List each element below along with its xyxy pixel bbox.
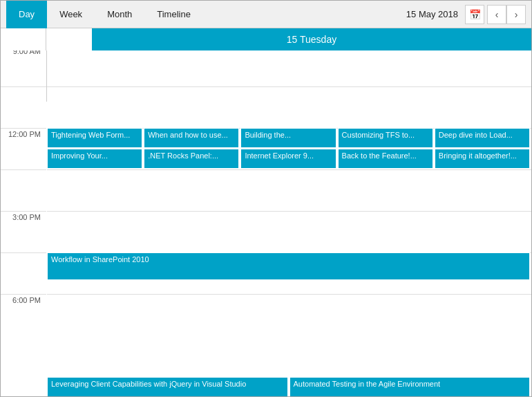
event-block[interactable]: Back to the Feature!...: [338, 149, 433, 169]
prev-button[interactable]: ‹: [487, 5, 506, 24]
hour-row-9am: [47, 50, 531, 86]
time-label-10am: [1, 86, 46, 128]
hour-row-10am: [47, 86, 531, 128]
time-label-3pm: 3:00 PM: [1, 211, 46, 252]
time-label-12pm: 12:00 PM: [1, 128, 46, 169]
hour-row-1pm: [47, 169, 531, 211]
event-block[interactable]: Building the...: [240, 128, 336, 148]
event-block[interactable]: Automated Testing in the Agile Environme…: [289, 377, 531, 397]
event-block[interactable]: Deep dive into Load...: [435, 128, 530, 148]
calendar-picker-icon[interactable]: 📅: [465, 5, 484, 24]
tab-day[interactable]: Day: [6, 1, 47, 28]
event-block[interactable]: Bringing it altogether!...: [435, 149, 530, 169]
next-button[interactable]: ›: [506, 5, 526, 24]
tab-month[interactable]: Month: [95, 1, 144, 28]
grid-area: Tightening Web Form...When and how to us…: [46, 50, 531, 102]
tab-week[interactable]: Week: [47, 1, 95, 28]
time-label-1pm: [1, 169, 46, 211]
event-block[interactable]: Leveraging Client Capabilities with jQue…: [47, 377, 288, 397]
hour-row-6pm: [47, 294, 531, 335]
day-header: 15 Tuesday: [92, 28, 531, 50]
time-label-9am: 9:00 AM: [1, 50, 46, 86]
event-block[interactable]: Improving Your...: [47, 149, 142, 169]
tab-timeline[interactable]: Timeline: [144, 1, 203, 28]
event-block[interactable]: .NET Rocks Panel:...: [144, 149, 239, 169]
time-labels: 12:00 AM 3:00 AM 6:00 AM 9:00 AM 12:00 P…: [1, 50, 46, 102]
time-label-4pm: [1, 252, 46, 294]
event-block[interactable]: Workflow in SharePoint 2010: [47, 252, 530, 280]
current-date-label: 15 May 2018: [406, 9, 458, 19]
hour-row-3pm: [47, 211, 531, 252]
time-grid: 12:00 AM 3:00 AM 6:00 AM 9:00 AM 12:00 P…: [1, 50, 531, 397]
event-block[interactable]: Customizing TFS to...: [338, 128, 433, 148]
event-block[interactable]: Tightening Web Form...: [47, 128, 142, 148]
calendar-body: 15 Tuesday 12:00 AM 3:00 AM 6:00 AM 9:00…: [1, 28, 531, 397]
time-label-6pm: 6:00 PM: [1, 294, 46, 335]
event-block[interactable]: Internet Explorer 9...: [240, 149, 336, 169]
event-block[interactable]: When and how to use...: [144, 128, 239, 148]
toolbar: Day Week Month Timeline 15 May 2018 📅 ‹ …: [1, 1, 531, 28]
